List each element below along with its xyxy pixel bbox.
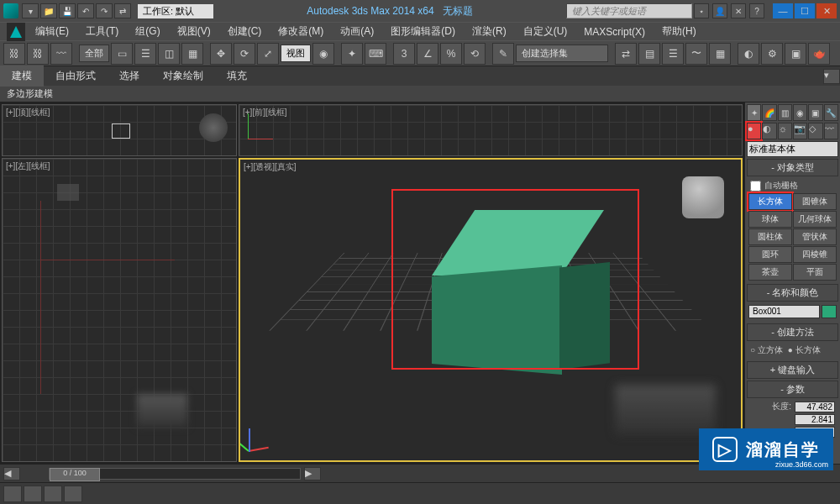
bind-spacewarp-icon[interactable]: 〰 bbox=[50, 43, 72, 65]
material-editor-icon[interactable]: ◐ bbox=[738, 43, 759, 65]
viewcube-icon[interactable] bbox=[682, 176, 724, 218]
lights-subtab-icon[interactable]: ☼ bbox=[778, 123, 792, 139]
save-button[interactable]: 💾 bbox=[59, 3, 76, 18]
spinner-snap-icon[interactable]: ⟲ bbox=[464, 43, 486, 65]
utilities-tab-icon[interactable]: 🔧 bbox=[824, 104, 838, 121]
cylinder-button[interactable]: 圆柱体 bbox=[748, 228, 792, 245]
menu-customize[interactable]: 自定义(U) bbox=[517, 23, 575, 40]
redo-button[interactable]: ↷ bbox=[96, 3, 113, 18]
signin-button[interactable]: 👤 bbox=[712, 3, 727, 18]
motion-tab-icon[interactable]: ◉ bbox=[793, 104, 807, 121]
length-spinner[interactable]: 47.482 bbox=[795, 402, 835, 412]
move-icon[interactable]: ✥ bbox=[210, 43, 232, 65]
teapot-button[interactable]: 茶壶 bbox=[748, 264, 792, 281]
new-button[interactable]: ▾ bbox=[22, 3, 39, 18]
name-color-header[interactable]: - 名称和颜色 bbox=[747, 284, 838, 302]
named-selection-set[interactable]: 创建选择集 bbox=[516, 45, 608, 62]
plane-button[interactable]: 平面 bbox=[793, 264, 837, 281]
keyboard-entry-header[interactable]: + 键盘输入 bbox=[747, 361, 838, 379]
viewport-left-label[interactable]: [+][左][线框] bbox=[6, 160, 50, 172]
time-thumb[interactable]: 0 / 100 bbox=[50, 468, 100, 481]
sphere-button[interactable]: 球体 bbox=[748, 211, 792, 228]
create-tab-icon[interactable]: ✦ bbox=[747, 104, 761, 121]
tab-modeling[interactable]: 建模 bbox=[0, 66, 44, 87]
object-type-header[interactable]: - 对象类型 bbox=[747, 159, 838, 176]
workspace-selector[interactable]: 工作区: 默认 bbox=[138, 4, 213, 18]
mirror-icon[interactable]: ⇄ bbox=[615, 43, 637, 65]
autogrid-checkbox[interactable] bbox=[750, 181, 761, 192]
geosphere-button[interactable]: 几何球体 bbox=[793, 211, 837, 228]
box-button[interactable]: 长方体 bbox=[748, 193, 792, 210]
percent-snap-icon[interactable]: % bbox=[440, 43, 462, 65]
render-icon[interactable]: 🫖 bbox=[808, 43, 830, 65]
exchange-button[interactable]: ✕ bbox=[731, 3, 746, 18]
steering-wheel-icon[interactable] bbox=[199, 113, 228, 142]
maximize-button[interactable]: ☐ bbox=[795, 3, 815, 18]
menu-edit[interactable]: 编辑(E) bbox=[29, 23, 76, 40]
viewport-top[interactable]: [+][顶][线框] bbox=[2, 104, 237, 156]
tab-freeform[interactable]: 自由形式 bbox=[44, 66, 108, 87]
modify-tab-icon[interactable]: 🌈 bbox=[762, 104, 776, 121]
ribbon-expand-icon[interactable]: ▾ bbox=[823, 69, 840, 84]
snap-icon[interactable]: 3 bbox=[393, 43, 415, 65]
maxscript-listener-icon[interactable] bbox=[3, 486, 22, 502]
link-icon[interactable]: ⛓ bbox=[3, 43, 25, 65]
menu-views[interactable]: 视图(V) bbox=[171, 23, 218, 40]
tube-button[interactable]: 管状体 bbox=[793, 228, 837, 245]
menu-group[interactable]: 组(G) bbox=[129, 23, 166, 40]
torus-button[interactable]: 圆环 bbox=[748, 246, 792, 263]
unlink-icon[interactable]: ⛓ bbox=[27, 43, 49, 65]
render-setup-icon[interactable]: ⚙ bbox=[761, 43, 783, 65]
rotate-icon[interactable]: ⟳ bbox=[234, 43, 255, 65]
help-search-input[interactable] bbox=[566, 3, 692, 18]
menu-create[interactable]: 创建(C) bbox=[221, 23, 269, 40]
infocenter-button[interactable]: ⋆ bbox=[694, 3, 709, 18]
editnamedsel-icon[interactable]: ✎ bbox=[492, 43, 514, 65]
lock-icon[interactable] bbox=[64, 486, 82, 502]
display-tab-icon[interactable]: ▣ bbox=[808, 104, 822, 121]
viewport-perspective-label[interactable]: [+][透视][真实] bbox=[244, 161, 297, 173]
box-radio[interactable]: ● 长方体 bbox=[788, 344, 821, 356]
ref-coord-system[interactable]: 视图 bbox=[281, 45, 311, 62]
help-button[interactable]: ? bbox=[749, 3, 764, 18]
menu-tools[interactable]: 工具(T) bbox=[79, 23, 125, 40]
viewport-top-label[interactable]: [+][顶][线框] bbox=[6, 107, 50, 118]
box-object[interactable] bbox=[417, 210, 618, 361]
next-key-button[interactable]: ▶ bbox=[304, 467, 321, 480]
selection-filter[interactable]: 全部 bbox=[79, 45, 109, 62]
spacewarps-subtab-icon[interactable]: 〰 bbox=[824, 123, 838, 139]
select-name-icon[interactable]: ☰ bbox=[134, 43, 156, 65]
viewport-front[interactable]: [+][前][线框] bbox=[239, 104, 743, 156]
render-frame-icon[interactable]: ▣ bbox=[785, 43, 806, 65]
creation-method-header[interactable]: - 创建方法 bbox=[747, 323, 838, 341]
menu-maxscript[interactable]: MAXScript(X) bbox=[577, 24, 652, 39]
prompt-icon[interactable] bbox=[24, 486, 42, 502]
curve-editor-icon[interactable]: 〜 bbox=[685, 43, 707, 65]
app-logo-icon[interactable] bbox=[7, 23, 25, 41]
cube-radio[interactable]: ○ 立方体 bbox=[750, 344, 783, 356]
manip-icon[interactable]: ✦ bbox=[341, 43, 363, 65]
tab-object-paint[interactable]: 对象绘制 bbox=[151, 66, 215, 87]
minimize-button[interactable]: — bbox=[773, 3, 793, 18]
menu-modifiers[interactable]: 修改器(M) bbox=[271, 23, 330, 40]
schematic-icon[interactable]: ▦ bbox=[709, 43, 731, 65]
object-name-input[interactable]: Box001 bbox=[748, 305, 820, 318]
select-icon[interactable]: ▭ bbox=[111, 43, 133, 65]
undo-button[interactable]: ↶ bbox=[77, 3, 94, 18]
isolate-icon[interactable] bbox=[44, 486, 62, 502]
object-color-swatch[interactable] bbox=[822, 305, 837, 318]
cone-button[interactable]: 圆锥体 bbox=[793, 193, 837, 210]
viewport-left[interactable]: [+][左][线框] bbox=[2, 158, 237, 462]
angle-snap-icon[interactable]: ∠ bbox=[417, 43, 438, 65]
app-icon[interactable] bbox=[3, 3, 18, 18]
viewport-perspective[interactable]: [+][透视][真实] bbox=[239, 158, 743, 462]
geometry-subtab-icon[interactable]: ● bbox=[747, 123, 761, 139]
menu-rendering[interactable]: 渲染(R) bbox=[465, 23, 513, 40]
window-crossing-icon[interactable]: ▦ bbox=[181, 43, 203, 65]
hierarchy-tab-icon[interactable]: ▥ bbox=[778, 104, 792, 121]
link-button[interactable]: ⇄ bbox=[114, 3, 131, 18]
align-icon[interactable]: ▤ bbox=[638, 43, 660, 65]
category-dropdown[interactable]: 标准基本体 bbox=[747, 141, 838, 157]
menu-help[interactable]: 帮助(H) bbox=[655, 23, 703, 40]
width-spinner[interactable]: 2.841 bbox=[795, 414, 835, 425]
